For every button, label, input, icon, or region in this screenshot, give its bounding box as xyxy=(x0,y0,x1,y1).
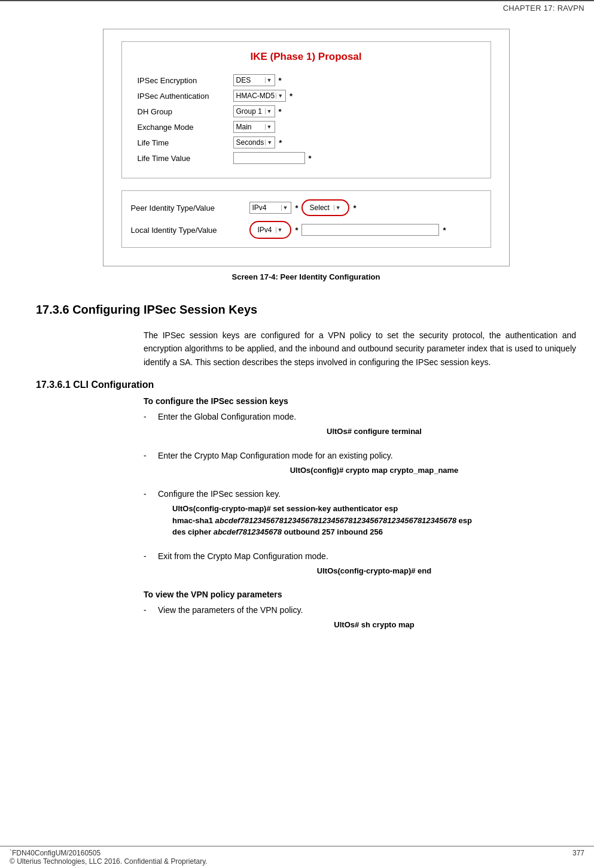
lifetime-select[interactable]: Seconds ▼ xyxy=(233,136,276,148)
step-text: Configure the IPSec session key. xyxy=(158,489,281,499)
cli-section: To configure the IPSec session keys - En… xyxy=(144,396,576,637)
field-value: Seconds ▼ * xyxy=(230,135,479,150)
table-row: IPSec Authentication HMAC-MD5 ▼ * xyxy=(134,88,479,104)
table-row: DH Group Group 1 ▼ * xyxy=(134,104,479,119)
field-label: IPSec Authentication xyxy=(134,88,230,104)
local-identity-controls: IPv4 ▼ * * xyxy=(249,221,482,239)
page-footer: `FDN40ConfigUM/20160505 © Ulterius Techn… xyxy=(0,846,594,868)
dropdown-arrow-icon: ▼ xyxy=(265,139,273,145)
view-title: To view the VPN policy parameters xyxy=(144,590,576,599)
list-item: - Enter the Global Configuration mode. U… xyxy=(144,411,576,444)
field-label: Exchange Mode xyxy=(134,119,230,135)
step-text: Enter the Crypto Map Configuration mode … xyxy=(158,451,393,460)
peer-identity-box: Peer Identity Type/Value IPv4 ▼ * Select… xyxy=(121,190,491,248)
list-item: - Configure the IPSec session key. UltOs… xyxy=(144,488,576,544)
field-label: IPSec Encryption xyxy=(134,72,230,88)
section-17-3-6: 17.3.6 Configuring IPSec Session Keys Th… xyxy=(36,303,576,369)
step-text: Exit from the Crypto Map Configuration m… xyxy=(158,551,328,561)
figure-container: IKE (Phase 1) Proposal IPSec Encryption … xyxy=(36,29,576,281)
peer-select-dropdown[interactable]: Select ▼ xyxy=(307,202,343,214)
dropdown-arrow-icon: ▼ xyxy=(281,205,290,211)
code-block: UltOs(config-crypto-map)# end xyxy=(172,565,576,577)
dropdown-arrow-icon: ▼ xyxy=(276,93,284,99)
table-row: Life Time Seconds ▼ * xyxy=(134,135,479,150)
dh-group-select[interactable]: Group 1 ▼ xyxy=(233,105,275,117)
ike-proposal-box: IKE (Phase 1) Proposal IPSec Encryption … xyxy=(121,41,491,178)
configure-title: To configure the IPSec session keys xyxy=(144,396,576,406)
local-identity-input[interactable] xyxy=(301,224,439,236)
ipsec-auth-select[interactable]: HMAC-MD5 ▼ xyxy=(233,90,287,102)
list-item: - Enter the Crypto Map Configuration mod… xyxy=(144,450,576,482)
chapter-header: CHAPTER 17: RAVPN xyxy=(0,0,594,15)
code-block: UltOs# sh crypto map xyxy=(172,619,576,631)
field-value: Main ▼ xyxy=(230,119,479,135)
step-text: Enter the Global Configuration mode. xyxy=(158,412,296,421)
subsection-heading-17-3-6-1: 17.3.6.1 CLI Configuration xyxy=(36,380,576,390)
section-heading-17-3-6: 17.3.6 Configuring IPSec Session Keys xyxy=(36,303,576,317)
lifetime-value-input[interactable] xyxy=(233,152,305,164)
local-ipv4-select[interactable]: IPv4 ▼ xyxy=(255,224,285,236)
table-row: IPSec Encryption DES ▼ * xyxy=(134,72,479,88)
field-value: Group 1 ▼ * xyxy=(230,104,479,119)
field-value: * xyxy=(230,150,479,166)
footer-left: `FDN40ConfigUM/20160505 © Ulterius Techn… xyxy=(10,849,208,866)
peer-select-highlighted: Select ▼ xyxy=(301,199,349,216)
figure-caption: Screen 17-4: Peer Identity Configuration xyxy=(232,272,380,281)
figure-image: IKE (Phase 1) Proposal IPSec Encryption … xyxy=(103,29,510,266)
dropdown-arrow-icon: ▼ xyxy=(265,108,273,114)
page-number: 377 xyxy=(572,849,584,866)
dropdown-arrow-icon: ▼ xyxy=(265,77,273,83)
configure-steps-list: - Enter the Global Configuration mode. U… xyxy=(144,411,576,582)
dropdown-arrow-icon: ▼ xyxy=(276,227,284,233)
field-label: Life Time Value xyxy=(134,150,230,166)
chapter-title: CHAPTER 17: RAVPN xyxy=(503,4,584,13)
local-identity-row: Local Identity Type/Value IPv4 ▼ * * xyxy=(131,218,482,241)
table-row: Exchange Mode Main ▼ xyxy=(134,119,479,135)
code-block: UltOs(config-crypto-map)# set session-ke… xyxy=(172,503,576,538)
peer-identity-label: Peer Identity Type/Value xyxy=(131,204,245,213)
list-item: - View the parameters of the VPN policy.… xyxy=(144,604,576,637)
peer-identity-row: Peer Identity Type/Value IPv4 ▼ * Select… xyxy=(131,197,482,218)
peer-identity-controls: IPv4 ▼ * Select ▼ * xyxy=(249,199,482,216)
code-block: UltOs# configure terminal xyxy=(172,426,576,438)
peer-ipv4-select[interactable]: IPv4 ▼ xyxy=(249,202,291,214)
code-block: UltOs(config)# crypto map crypto_map_nam… xyxy=(172,465,576,477)
ipsec-encryption-select[interactable]: DES ▼ xyxy=(233,74,275,86)
field-label: Life Time xyxy=(134,135,230,150)
step-text: View the parameters of the VPN policy. xyxy=(158,605,303,615)
exchange-mode-select[interactable]: Main ▼ xyxy=(233,121,275,133)
local-ipv4-highlighted: IPv4 ▼ xyxy=(249,221,291,239)
section-17-3-6-1: 17.3.6.1 CLI Configuration To configure … xyxy=(36,380,576,637)
list-item: - Exit from the Crypto Map Configuration… xyxy=(144,550,576,583)
dropdown-arrow-icon: ▼ xyxy=(265,124,273,130)
local-identity-label: Local Identity Type/Value xyxy=(131,226,245,235)
field-value: HMAC-MD5 ▼ * xyxy=(230,88,479,104)
field-label: DH Group xyxy=(134,104,230,119)
view-steps-list: - View the parameters of the VPN policy.… xyxy=(144,604,576,637)
ike-form-table: IPSec Encryption DES ▼ * xyxy=(134,72,479,166)
dropdown-arrow-icon: ▼ xyxy=(334,205,342,211)
table-row: Life Time Value * xyxy=(134,150,479,166)
field-value: DES ▼ * xyxy=(230,72,479,88)
ike-title: IKE (Phase 1) Proposal xyxy=(134,51,479,63)
section-body-text: The IPSec session keys are configured fo… xyxy=(144,329,576,369)
